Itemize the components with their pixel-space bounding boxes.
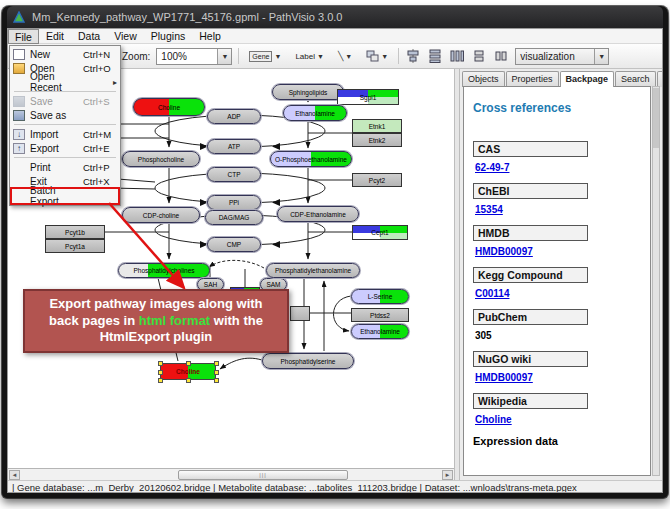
xref-link[interactable]: C00114	[475, 288, 641, 299]
new-page-icon	[13, 49, 25, 60]
menu-help[interactable]: Help	[192, 29, 228, 44]
node-pcyt1b[interactable]: Pcyt1b	[45, 225, 105, 239]
node-choline-selected[interactable]: Choline	[160, 363, 216, 380]
file-menu-item-import[interactable]: ↓ImportCtrl+M	[11, 127, 119, 141]
node-adp[interactable]: ADP	[207, 109, 261, 124]
add-gene-button[interactable]: Gene ▼	[245, 47, 285, 65]
node-label: SAM	[266, 281, 280, 288]
node-etnk1[interactable]: Etnk1	[352, 119, 402, 133]
xref-link[interactable]: 62-49-7	[475, 162, 641, 173]
selection-handle[interactable]	[158, 361, 163, 366]
node-choline-top[interactable]: Choline	[133, 98, 205, 116]
titlebar[interactable]: Mm_Kennedy_pathway_WP1771_45176.gpml - P…	[7, 6, 663, 28]
node-cept1[interactable]: Cept1	[352, 225, 408, 240]
menu-edit[interactable]: Edit	[39, 29, 71, 44]
tab-backpage[interactable]: Backpage	[560, 71, 615, 87]
stack-horizontal-icon	[494, 49, 508, 63]
node-sphingolipids[interactable]: Sphingolipids	[272, 84, 344, 100]
node-label: Pcyt1a	[65, 243, 85, 250]
node-o-phosphoethanolamine[interactable]: O-Phosphoethanolamine	[270, 151, 352, 167]
menu-view[interactable]: View	[107, 29, 144, 44]
stack-vertical-button[interactable]	[471, 48, 487, 64]
tab-objects[interactable]: Objects	[462, 71, 505, 87]
line-icon: ╲	[338, 51, 343, 61]
tab-search[interactable]: Search	[615, 71, 656, 87]
node-label: CDP-choline	[143, 212, 180, 219]
menu-file[interactable]: File	[8, 29, 39, 44]
node-sgpl1[interactable]: Sgpl1	[337, 89, 399, 105]
horizontal-scrollbar[interactable]: ◄ ||| ►	[8, 468, 454, 480]
node-pcyt2[interactable]: Pcyt2	[352, 173, 402, 187]
annotation-callout: Export pathway images along with back pa…	[23, 289, 289, 353]
export-arrow-icon: ↑	[13, 143, 25, 154]
selection-handle[interactable]	[158, 370, 163, 375]
node-atp[interactable]: ATP	[207, 139, 261, 154]
menu-item-label: Save as	[30, 110, 83, 121]
xref-link[interactable]: 15354	[475, 204, 641, 215]
chevron-down-icon[interactable]: ▼	[594, 49, 608, 64]
node-etnk2[interactable]: Etnk2	[352, 133, 402, 147]
distribute-vertical-button[interactable]	[427, 48, 443, 64]
stack-vertical-icon	[472, 49, 486, 63]
node-pcyt1a[interactable]: Pcyt1a	[45, 239, 105, 253]
distribute-horizontal-button[interactable]	[449, 48, 465, 64]
node-ctp[interactable]: CTP	[207, 167, 261, 182]
node-ptdss2[interactable]: Ptdss2	[351, 308, 409, 322]
node-cdp-choline[interactable]: CDP-choline	[122, 207, 200, 223]
scroll-left-icon[interactable]: ◄	[9, 470, 20, 480]
node-ethanolamine-low[interactable]: Ethanolamine	[351, 324, 409, 339]
selection-handle[interactable]	[186, 361, 191, 366]
file-menu-item-save[interactable]: SaveCtrl+S	[11, 94, 119, 108]
node-l-serine[interactable]: L-Serine	[351, 289, 409, 304]
visualization-combobox[interactable]: visualization ▼	[515, 48, 609, 65]
menu-item-label: Save	[30, 96, 83, 107]
node-cdp-ethanolamine[interactable]: CDP-Ethanolamine	[277, 206, 359, 222]
file-menu-item-new[interactable]: NewCtrl+N	[11, 47, 119, 61]
node-phosphatidylcholines[interactable]: Phosphatidylcholines	[118, 263, 210, 278]
node-dag-mag[interactable]: DAG/MAG	[205, 210, 263, 225]
chevron-down-icon[interactable]: ▼	[217, 49, 231, 64]
tab-legend[interactable]: Legend	[657, 71, 663, 87]
xref-link[interactable]: HMDB00097	[475, 372, 641, 383]
node-ethanolamine-top[interactable]: Ethanolamine	[283, 105, 347, 121]
xref-link[interactable]: Choline	[475, 414, 641, 425]
node-ptdss1[interactable]	[290, 306, 310, 321]
node-cmp[interactable]: CMP	[207, 237, 261, 252]
file-menu-item-export[interactable]: ↑ExportCtrl+E	[11, 141, 119, 155]
selection-handle[interactable]	[214, 378, 219, 383]
backpage-section-wikipedia: WikipediaCholine	[473, 393, 641, 425]
align-center-button[interactable]	[405, 48, 421, 64]
menu-item-label: New	[30, 49, 83, 60]
node-phosphatidylethanolamine[interactable]: Phosphatidylethanolamine	[266, 263, 360, 278]
selection-handle[interactable]	[186, 378, 191, 383]
node-phosphocholine[interactable]: Phosphocholine	[122, 151, 200, 167]
add-label-button[interactable]: Label ▼	[291, 47, 328, 65]
file-menu-item-open-recent[interactable]: Open Recent▸	[11, 75, 119, 89]
xref-link[interactable]: HMDB00097	[475, 246, 641, 257]
stack-horizontal-button[interactable]	[493, 48, 509, 64]
blank-icon	[13, 77, 25, 88]
line-tool-button[interactable]: ╲ ▼	[334, 47, 356, 65]
zoom-combobox[interactable]: 100% ▼	[156, 48, 232, 65]
selection-handle[interactable]	[158, 378, 163, 383]
selection-handle[interactable]	[214, 370, 219, 375]
backpage-sections: CAS62-49-7ChEBI15354HMDBHMDB00097Kegg Co…	[473, 141, 641, 425]
menu-data[interactable]: Data	[71, 29, 107, 44]
menu-shortcut: Ctrl+O	[83, 63, 117, 74]
tab-properties[interactable]: Properties	[506, 71, 559, 87]
scrollbar-thumb[interactable]: |||	[178, 470, 348, 480]
scroll-right-icon[interactable]: ►	[442, 470, 453, 480]
node-ppi[interactable]: PPi	[207, 195, 261, 210]
chevron-down-icon: ▼	[345, 53, 352, 60]
shape-tool-button[interactable]: ▼	[362, 47, 392, 65]
file-menu-item-batch-export[interactable]: Batch Export	[11, 188, 119, 204]
node-label: CMP	[227, 241, 241, 248]
selection-handle[interactable]	[214, 361, 219, 366]
scrollbar-thumb[interactable]	[653, 88, 659, 148]
file-menu-item-save-as[interactable]: Save as	[11, 108, 119, 122]
menu-plugins[interactable]: Plugins	[144, 29, 192, 44]
blank-icon	[13, 176, 25, 187]
panel-scrollbar[interactable]	[652, 86, 660, 476]
file-menu-item-print[interactable]: PrintCtrl+P	[11, 160, 119, 174]
node-phosphatidylserine[interactable]: Phosphatidylserine	[262, 353, 354, 369]
